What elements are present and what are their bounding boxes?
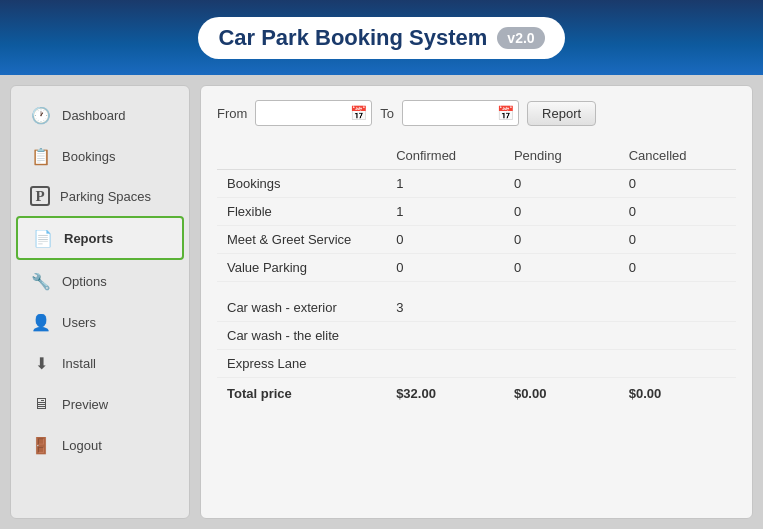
total-pending: $0.00: [504, 378, 619, 408]
extra-cancelled: [619, 322, 736, 350]
from-label: From: [217, 106, 247, 121]
sidebar-item-label: Options: [62, 274, 107, 289]
header-title-wrap: Car Park Booking System v2.0: [198, 17, 564, 59]
sidebar-item-install[interactable]: ⬇ Install: [16, 343, 184, 383]
extra-pending: [504, 294, 619, 322]
sidebar: 🕐 Dashboard 📋 Bookings P Parking Spaces …: [10, 85, 190, 519]
row-label: Meet & Greet Service: [217, 226, 386, 254]
to-label: To: [380, 106, 394, 121]
sidebar-item-label: Users: [62, 315, 96, 330]
install-icon: ⬇: [30, 352, 52, 374]
to-calendar-icon[interactable]: 📅: [497, 105, 514, 121]
sidebar-item-label: Logout: [62, 438, 102, 453]
sidebar-item-label: Preview: [62, 397, 108, 412]
table-row: Car wash - the elite: [217, 322, 736, 350]
sidebar-item-preview[interactable]: 🖥 Preview: [16, 384, 184, 424]
col-header-pending: Pending: [504, 142, 619, 170]
extra-cancelled: [619, 294, 736, 322]
reports-icon: 📄: [32, 227, 54, 249]
app-header: Car Park Booking System v2.0: [0, 0, 763, 75]
content-area: From 📅 To 📅 Report Confirmed Pending Can…: [200, 85, 753, 519]
col-header-cancelled: Cancelled: [619, 142, 736, 170]
total-row: Total price $32.00 $0.00 $0.00: [217, 378, 736, 408]
table-header-row: Confirmed Pending Cancelled: [217, 142, 736, 170]
row-cancelled: 0: [619, 170, 736, 198]
app-version: v2.0: [497, 27, 544, 49]
sidebar-item-dashboard[interactable]: 🕐 Dashboard: [16, 95, 184, 135]
table-row: Bookings 1 0 0: [217, 170, 736, 198]
row-pending: 0: [504, 198, 619, 226]
extra-label: Car wash - the elite: [217, 322, 386, 350]
row-pending: 0: [504, 170, 619, 198]
options-icon: 🔧: [30, 270, 52, 292]
app-title: Car Park Booking System: [218, 25, 487, 51]
row-pending: 0: [504, 226, 619, 254]
sidebar-item-parking-spaces[interactable]: P Parking Spaces: [16, 177, 184, 215]
dashboard-icon: 🕐: [30, 104, 52, 126]
bookings-icon: 📋: [30, 145, 52, 167]
from-calendar-icon[interactable]: 📅: [350, 105, 367, 121]
row-confirmed: 0: [386, 226, 504, 254]
sidebar-item-label: Bookings: [62, 149, 115, 164]
table-row: Meet & Greet Service 0 0 0: [217, 226, 736, 254]
row-pending: 0: [504, 254, 619, 282]
table-row: Value Parking 0 0 0: [217, 254, 736, 282]
col-header-label: [217, 142, 386, 170]
extra-pending: [504, 350, 619, 378]
sidebar-item-label: Install: [62, 356, 96, 371]
extra-pending: [504, 322, 619, 350]
parking-icon: P: [30, 186, 50, 206]
section-spacer: [217, 282, 736, 295]
extra-value: 3: [386, 294, 504, 322]
col-header-confirmed: Confirmed: [386, 142, 504, 170]
sidebar-item-users[interactable]: 👤 Users: [16, 302, 184, 342]
from-input[interactable]: [260, 106, 350, 120]
sidebar-item-bookings[interactable]: 📋 Bookings: [16, 136, 184, 176]
users-icon: 👤: [30, 311, 52, 333]
row-cancelled: 0: [619, 226, 736, 254]
sidebar-item-label: Parking Spaces: [60, 189, 151, 204]
preview-icon: 🖥: [30, 393, 52, 415]
total-cancelled: $0.00: [619, 378, 736, 408]
from-input-wrap[interactable]: 📅: [255, 100, 372, 126]
sidebar-item-options[interactable]: 🔧 Options: [16, 261, 184, 301]
to-input[interactable]: [407, 106, 497, 120]
row-label: Bookings: [217, 170, 386, 198]
row-cancelled: 0: [619, 254, 736, 282]
extra-value: [386, 322, 504, 350]
row-label: Flexible: [217, 198, 386, 226]
sidebar-item-label: Dashboard: [62, 108, 126, 123]
table-row: Express Lane: [217, 350, 736, 378]
extra-label: Car wash - exterior: [217, 294, 386, 322]
report-button[interactable]: Report: [527, 101, 596, 126]
total-label: Total price: [217, 378, 386, 408]
row-label: Value Parking: [217, 254, 386, 282]
sidebar-item-label: Reports: [64, 231, 113, 246]
row-confirmed: 0: [386, 254, 504, 282]
extra-cancelled: [619, 350, 736, 378]
sidebar-item-reports[interactable]: 📄 Reports: [16, 216, 184, 260]
main-area: 🕐 Dashboard 📋 Bookings P Parking Spaces …: [0, 75, 763, 529]
extra-value: [386, 350, 504, 378]
row-confirmed: 1: [386, 170, 504, 198]
logout-icon: 🚪: [30, 434, 52, 456]
total-confirmed: $32.00: [386, 378, 504, 408]
row-cancelled: 0: [619, 198, 736, 226]
table-row: Car wash - exterior 3: [217, 294, 736, 322]
extra-label: Express Lane: [217, 350, 386, 378]
filter-row: From 📅 To 📅 Report: [217, 100, 736, 126]
row-confirmed: 1: [386, 198, 504, 226]
report-table: Confirmed Pending Cancelled Bookings 1 0…: [217, 142, 736, 407]
to-input-wrap[interactable]: 📅: [402, 100, 519, 126]
sidebar-item-logout[interactable]: 🚪 Logout: [16, 425, 184, 465]
table-row: Flexible 1 0 0: [217, 198, 736, 226]
